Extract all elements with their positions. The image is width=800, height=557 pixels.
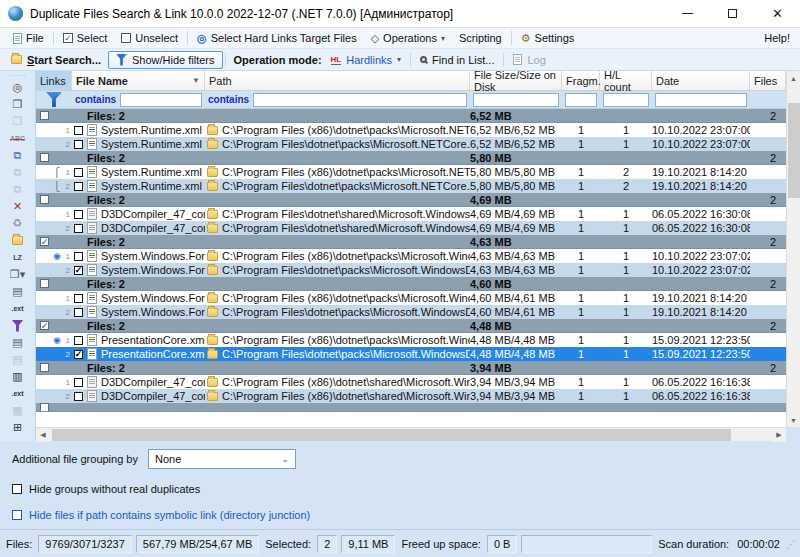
maximize-button[interactable] [710,0,755,27]
file-row[interactable]: 2✓PresentationCore.xmlC:\Program Files\d… [36,347,786,361]
group-header-row[interactable]: ✓Files: 24,63 MB2 [36,235,786,249]
file-checkbox[interactable] [74,224,83,233]
recycle-bin-icon[interactable]: ♻ [10,215,25,232]
grouping-dropdown[interactable]: None ⌄ [148,449,296,469]
show-hide-filters-button[interactable]: Show/Hide filters [108,51,223,69]
horizontal-scroll-thumb[interactable] [52,429,731,441]
file-checkbox[interactable] [74,252,83,261]
date-filter-input[interactable] [655,93,747,107]
group-header-row[interactable]: ✓Files: 24,48 MB2 [36,319,786,333]
hide-symlink-option[interactable]: Hide files if path contains symbolic lin… [12,509,788,521]
file-row[interactable]: ⎩2System.Runtime.xmlC:\Program Files\dot… [36,179,786,193]
column-header-links[interactable]: Links [36,71,72,90]
column-header-date[interactable]: Date [652,71,750,90]
select-by-extension-icon[interactable]: .ext [10,300,25,317]
remove-names-icon[interactable]: ABC [10,130,25,147]
file-checkbox[interactable] [74,126,83,135]
preview-disabled-icon[interactable]: ▦ [10,402,25,419]
log-button[interactable]: Log [506,52,552,68]
column-header-hl[interactable]: H/L count [600,71,652,90]
filter-selected-icon[interactable] [10,317,25,334]
menu-unselect[interactable]: Unselect [114,30,185,46]
find-in-list-button[interactable]: Find in List... [413,52,501,68]
file-row[interactable]: 1D3DCompiler_47_cor3.dllC:\Program Files… [36,375,786,389]
vertical-scrollbar[interactable]: ▲ ▼ [786,71,800,427]
scroll-left-arrow[interactable]: ◀ [36,428,50,442]
file-row[interactable]: ⎧1System.Runtime.xmlC:\Program Files (x8… [36,165,786,179]
group-checkbox[interactable] [40,363,49,372]
copy-files-icon[interactable]: ❐ [10,96,25,113]
file-checkbox[interactable]: ✓ [74,350,83,359]
move-to-folder-icon[interactable] [10,232,25,249]
group-grid-icon[interactable]: ⊞ [10,419,25,436]
menu-select-hardlink-targets[interactable]: ◎Select Hard Links Target Files [190,30,364,47]
list-view-icon[interactable]: ▤ [10,334,25,351]
file-checkbox[interactable] [74,392,83,401]
file-row[interactable]: 2D3DCompiler_47_cor3.dllC:\Program Files… [36,221,786,235]
group-checkbox[interactable] [40,403,49,412]
scroll-right-arrow[interactable]: ▶ [772,428,786,442]
resize-grip[interactable]: ⋰ [786,539,796,550]
create-hardlinks-icon[interactable]: ⧉ [10,147,25,164]
delete-files-icon[interactable]: ✕ [10,198,25,215]
file-row[interactable]: ◉1System.Windows.Forms.xmlC:\Program Fil… [36,249,786,263]
group-header-row[interactable]: Files: 26,52 MB2 [36,109,786,123]
column-header-path[interactable]: Path [205,71,470,90]
file-checkbox[interactable] [74,168,83,177]
horizontal-scrollbar[interactable]: ◀ ▶ [36,427,786,441]
filename-filter-input[interactable] [120,93,202,107]
lz-compress-icon[interactable]: LZ [10,249,25,266]
vertical-scroll-thumb[interactable] [788,103,800,198]
group-row-partial[interactable] [36,403,786,412]
menu-help[interactable]: Help! [757,30,794,46]
menu-scripting[interactable]: Scripting [452,30,509,46]
file-row[interactable]: 2D3DCompiler_47_cor3.dllC:\Program Files… [36,389,786,403]
group-checkbox[interactable]: ✓ [40,237,49,246]
hide-groups-checkbox[interactable] [12,484,22,494]
file-checkbox[interactable]: ✓ [74,266,83,275]
group-header-row[interactable]: Files: 24,69 MB2 [36,193,786,207]
file-checkbox[interactable] [74,308,83,317]
file-row[interactable]: 2System.Runtime.xmlC:\Program Files\dotn… [36,137,786,151]
file-checkbox[interactable] [74,210,83,219]
group-header-row[interactable]: Files: 23,94 MB2 [36,361,786,375]
start-search-button[interactable]: Start Search... [4,52,108,68]
file-checkbox[interactable] [74,182,83,191]
create-symlink-disabled-icon[interactable]: ⧉ [10,164,25,181]
file-checkbox[interactable] [74,378,83,387]
file-row[interactable]: 1System.Runtime.xmlC:\Program Files (x86… [36,123,786,137]
operation-mode-dropdown[interactable]: HLHardlinks▾ [324,52,409,68]
file-checkbox[interactable] [74,140,83,149]
file-row[interactable]: 2✓System.Windows.Forms.xmlC:\Program Fil… [36,263,786,277]
menu-file[interactable]: File [6,30,51,46]
hide-groups-option[interactable]: Hide groups without real duplicates [12,483,788,495]
group-checkbox[interactable] [40,153,49,162]
menu-settings[interactable]: ⚙Settings [514,30,582,47]
view-file-icon[interactable]: ◎ [10,79,25,96]
scroll-down-arrow[interactable]: ▼ [787,413,800,427]
menu-select[interactable]: ✓Select [56,30,115,46]
scroll-up-arrow[interactable]: ▲ [787,71,800,85]
column-header-files[interactable]: Files [750,71,786,90]
group-header-row[interactable]: Files: 24,60 MB2 [36,277,786,291]
group-checkbox[interactable]: ✓ [40,321,49,330]
file-checkbox[interactable] [74,294,83,303]
close-button[interactable]: ✕ [755,0,800,27]
group-header-row[interactable]: Files: 25,80 MB2 [36,151,786,165]
path-filter-input[interactable] [253,93,467,107]
file-row[interactable]: 2System.Windows.Forms.xmlC:\Program File… [36,305,786,319]
column-header-fragm[interactable]: Fragm. [562,71,600,90]
file-row[interactable]: ◉1PresentationCore.xmlC:\Program Files (… [36,333,786,347]
extension-list-icon[interactable]: .ext [10,385,25,402]
size-filter-input[interactable] [473,93,559,107]
hl-count-filter-input[interactable] [603,93,649,107]
group-checkbox[interactable] [40,195,49,204]
column-header-name[interactable]: File Name▼ [72,71,205,90]
column-header-size[interactable]: File Size/Size on Disk [470,71,562,90]
minimize-button[interactable] [665,0,710,27]
file-checkbox[interactable] [74,336,83,345]
file-row[interactable]: 1System.Windows.Forms.xmlC:\Program File… [36,291,786,305]
copy-files-disabled-icon[interactable]: ❐ [10,113,25,130]
group-checkbox[interactable] [40,279,49,288]
fragm-filter-input[interactable] [565,93,597,107]
